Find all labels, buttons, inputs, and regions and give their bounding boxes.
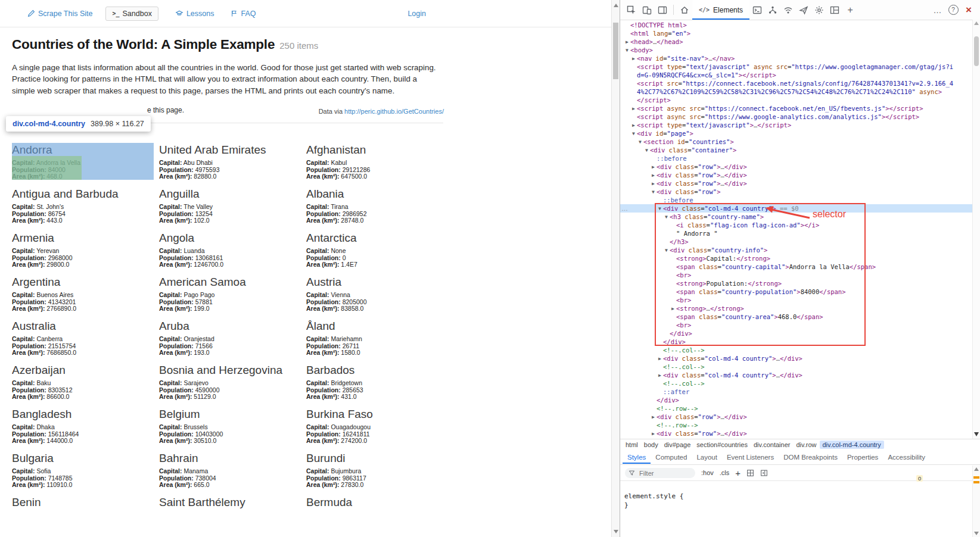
- styles-filter-input[interactable]: [638, 468, 694, 479]
- styles-tab-dom-breakpoints[interactable]: DOM Breakpoints: [779, 451, 842, 464]
- dom-tree-line[interactable]: <br>: [620, 321, 973, 329]
- expand-arrow-icon[interactable]: ▼: [650, 188, 657, 196]
- nav-brand-link[interactable]: Scrape This Site: [27, 10, 92, 18]
- dom-tree-line[interactable]: <html lang="en">: [620, 29, 973, 38]
- dom-tree-line[interactable]: </div>: [620, 396, 973, 404]
- element-style-rule-open[interactable]: element.style {: [624, 492, 973, 501]
- expand-arrow-icon[interactable]: ▼: [657, 205, 663, 213]
- more-options-icon[interactable]: …: [930, 1, 945, 20]
- expand-arrow-icon[interactable]: ▼: [630, 130, 637, 138]
- elements-scrollbar-thumb[interactable]: [974, 36, 979, 66]
- dom-tree-line[interactable]: " Andorra ": [620, 229, 973, 238]
- add-panel-icon[interactable]: +: [842, 1, 858, 20]
- dom-tree-line[interactable]: <!--.col-->: [620, 379, 973, 388]
- grid-overlay-icon[interactable]: [746, 469, 754, 477]
- dom-tree-line[interactable]: </div>: [620, 338, 973, 346]
- network-conditions-icon[interactable]: [780, 1, 796, 20]
- home-icon[interactable]: [677, 1, 692, 20]
- help-icon[interactable]: ?: [945, 1, 961, 20]
- styles-scroll-down-arrow[interactable]: [974, 532, 979, 535]
- dom-tree-line[interactable]: <script async src="https://www.google-an…: [620, 113, 973, 121]
- expand-arrow-icon[interactable]: ▼: [643, 146, 650, 155]
- issues-icon[interactable]: [796, 1, 811, 20]
- tab-elements[interactable]: </> Elements: [692, 0, 749, 20]
- styles-scrollbar[interactable]: [972, 466, 980, 537]
- expand-arrow-icon[interactable]: ▶: [650, 180, 657, 188]
- dom-tree-line[interactable]: <!--.row-->: [620, 404, 973, 413]
- expand-arrow-icon[interactable]: ▶: [624, 38, 630, 46]
- focus-panel-icon[interactable]: [655, 1, 670, 20]
- toggle-element-state-button[interactable]: :hov: [701, 469, 714, 476]
- dom-tree-line[interactable]: <script type="text/javascript" async src…: [620, 63, 973, 71]
- styles-scroll-up-arrow[interactable]: [974, 467, 979, 471]
- scroll-down-arrow[interactable]: [614, 530, 618, 533]
- element-classes-button[interactable]: .cls: [720, 469, 730, 476]
- page-scrollbar-thumb[interactable]: [613, 23, 618, 79]
- styles-tab-layout[interactable]: Layout: [692, 451, 722, 464]
- breadcrumb-item[interactable]: html: [623, 441, 641, 449]
- expand-arrow-icon[interactable]: ▶: [630, 55, 637, 63]
- nav-item-lessons[interactable]: Lessons: [175, 10, 214, 18]
- dom-tree-line[interactable]: ▶<div class="row">…</div>: [620, 413, 973, 421]
- more-actions-indicator[interactable]: …: [621, 205, 628, 212]
- expand-arrow-icon[interactable]: ▶: [650, 171, 657, 180]
- dom-tree-line[interactable]: ▶<div class="row">…</div>: [620, 429, 973, 438]
- breadcrumb-item[interactable]: div#page: [661, 441, 694, 449]
- dom-tree-line[interactable]: ▶<div class="row">…</div>: [620, 171, 973, 179]
- nav-item-sandbox[interactable]: >_ Sandbox: [105, 7, 158, 21]
- data-source-link[interactable]: http://peric.github.io/GetCountries/: [344, 108, 444, 115]
- dom-tree-line[interactable]: <!--.col-->: [620, 363, 973, 371]
- elements-scroll-up-arrow[interactable]: [974, 21, 979, 25]
- styles-tab-styles[interactable]: Styles: [623, 451, 651, 464]
- styles-tab-accessibility[interactable]: Accessibility: [883, 451, 930, 464]
- elements-scroll-down-arrow[interactable]: [974, 432, 979, 436]
- styles-filter[interactable]: [625, 468, 695, 478]
- dom-tree-line[interactable]: ▼<body>: [620, 46, 973, 54]
- styles-tab-computed[interactable]: Computed: [651, 451, 692, 464]
- dom-tree-line[interactable]: ▶<script async src="https://connect.face…: [620, 104, 973, 113]
- expand-arrow-icon[interactable]: ▶: [657, 371, 663, 380]
- breadcrumb-item[interactable]: body: [641, 441, 661, 449]
- style-rules[interactable]: element.style { }: [620, 481, 973, 510]
- dom-tree-line[interactable]: <i class="flag-icon flag-icon-ad"></i>: [620, 221, 973, 229]
- expand-arrow-icon[interactable]: ▶: [630, 121, 637, 130]
- dom-tree-line[interactable]: ▼<section id="countries">: [620, 138, 973, 146]
- expand-arrow-icon[interactable]: ▼: [663, 213, 670, 221]
- dom-tree-line[interactable]: ▶<div class="row">…</div>: [620, 163, 973, 171]
- dom-tree-line[interactable]: <br>: [620, 271, 973, 279]
- dom-tree-line[interactable]: ▼<div id="page">: [620, 129, 973, 138]
- dom-tree-line[interactable]: ::after: [620, 388, 973, 396]
- new-style-rule-button[interactable]: +: [735, 469, 741, 477]
- dom-tree-line[interactable]: ▶<head>…</head>: [620, 38, 973, 46]
- expand-arrow-icon[interactable]: ▶: [630, 105, 637, 113]
- expand-arrow-icon[interactable]: ▼: [637, 138, 643, 146]
- dom-tree-line[interactable]: <strong>Population:</strong>: [620, 279, 973, 288]
- expand-arrow-icon[interactable]: ▶: [657, 355, 663, 363]
- dom-tree-line[interactable]: d=G-09N5RQCFG4&cx=c&_slc=1"></script>: [620, 71, 973, 79]
- dom-tree-line[interactable]: <script src="https://connect.facebook.ne…: [620, 79, 973, 88]
- dom-tree-line[interactable]: </h3>: [620, 238, 973, 246]
- console-icon[interactable]: [749, 1, 765, 20]
- dom-tree-line[interactable]: ▼<h3 class="country-name">: [620, 213, 973, 221]
- dom-tree-line[interactable]: ▶<div class="col-md-4 country">…</div>: [620, 354, 973, 363]
- nav-login-link[interactable]: Login: [407, 10, 426, 18]
- dom-tree-line[interactable]: ▶<nav id="site-nav">…</nav>: [620, 54, 973, 63]
- breadcrumb-item[interactable]: section#countries: [693, 441, 751, 449]
- dom-tree-line[interactable]: </div>: [620, 329, 973, 338]
- dom-tree-line[interactable]: <!--.col-->: [620, 346, 973, 354]
- dom-tree-line[interactable]: ::before: [620, 154, 973, 163]
- dom-tree-line[interactable]: ▼<div class="row">: [620, 188, 973, 196]
- dom-tree-line[interactable]: </script>: [620, 96, 973, 104]
- dom-tree-line[interactable]: <strong>Capital:</strong>: [620, 254, 973, 263]
- dom-tree-line[interactable]: <span class="country-area">468.0</span>: [620, 313, 973, 321]
- dom-tree-line[interactable]: <!DOCTYPE html>: [620, 21, 973, 29]
- dom-tree-line[interactable]: ▶<script type="text/javascript">…</scrip…: [620, 121, 973, 129]
- dom-tree-line[interactable]: <span class="country-capital">Andorra la…: [620, 263, 973, 271]
- expand-arrow-icon[interactable]: ▶: [650, 430, 657, 438]
- network-icon[interactable]: [765, 1, 780, 20]
- dom-tree-line[interactable]: <!--.row-->: [620, 421, 973, 429]
- expand-arrow-icon[interactable]: ▶: [670, 305, 676, 313]
- expand-arrow-icon[interactable]: ▶: [650, 163, 657, 171]
- inspect-element-icon[interactable]: [624, 1, 639, 20]
- dom-tree-line[interactable]: <span class="country-population">84000</…: [620, 288, 973, 296]
